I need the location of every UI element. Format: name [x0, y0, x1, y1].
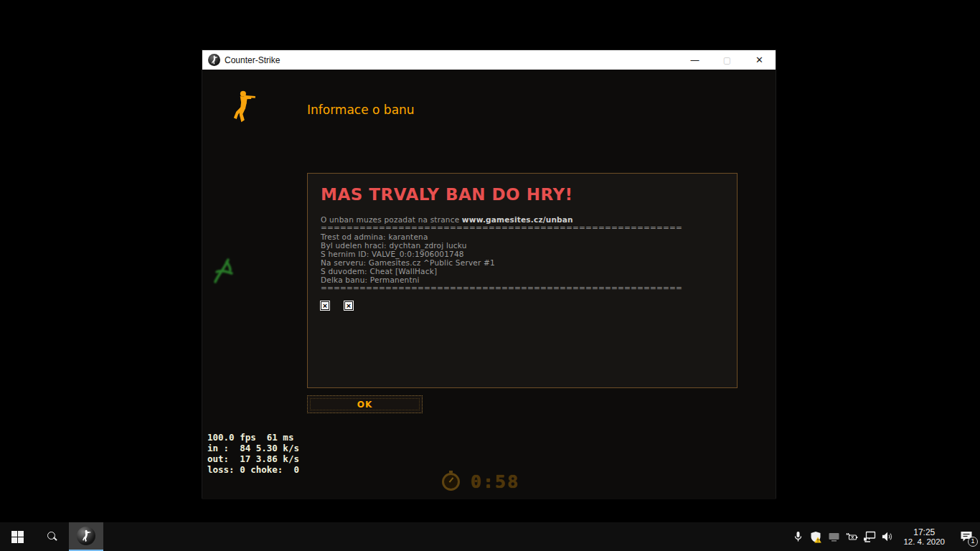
ok-button[interactable]: OK — [307, 395, 423, 413]
ban-heading: MAS TRVALY BAN DO HRY! — [321, 185, 724, 204]
taskbar: 17:25 12. 4. 2020 1 — [0, 522, 980, 551]
stopwatch-icon — [442, 473, 460, 491]
green-glyph-icon — [208, 250, 238, 288]
broken-image-icon: × — [321, 301, 329, 310]
hud-timer-value: 0:58 — [471, 471, 519, 492]
ok-button-inner-border — [310, 398, 420, 410]
ban-detail-line: Delka banu: Permanentni — [321, 276, 724, 284]
net-graph: 100.0 fps 61 ms in : 84 5.30 k/s out: 17… — [207, 432, 299, 475]
separator-line: ========================================… — [321, 284, 724, 292]
action-center-button[interactable]: 1 — [954, 522, 979, 551]
minimize-button[interactable]: — — [679, 50, 711, 70]
system-tray: 17:25 12. 4. 2020 1 — [791, 522, 980, 551]
display-tray-icon[interactable] — [827, 530, 840, 543]
cs-logo-icon — [231, 90, 257, 126]
search-icon — [46, 531, 57, 542]
net-graph-line: loss: 0 choke: 0 — [207, 464, 299, 475]
unban-url: www.gamesites.cz/unban — [462, 215, 573, 224]
unban-text: O unban muzes pozadat na strance — [321, 215, 462, 224]
ban-detail-line: Byl udelen hraci: dychtan_zdroj lucku — [321, 241, 724, 250]
volume-icon[interactable] — [881, 530, 894, 543]
broken-image-icon: × — [344, 301, 353, 310]
net-graph-line: in : 84 5.30 k/s — [207, 443, 299, 453]
taskbar-app-counter-strike[interactable] — [69, 522, 103, 551]
cs-taskbar-icon — [77, 527, 95, 545]
game-content: Informace o banu MAS TRVALY BAN DO HRY! … — [202, 70, 776, 499]
separator-line: ========================================… — [321, 224, 724, 232]
battery-power-icon[interactable] — [845, 530, 858, 543]
title-bar[interactable]: Counter-Strike — ▢ ✕ — [202, 50, 776, 70]
start-button[interactable] — [0, 522, 34, 551]
net-graph-line: out: 17 3.86 k/s — [207, 453, 299, 464]
net-graph-line: 100.0 fps 61 ms — [207, 432, 299, 443]
windows-logo-icon — [11, 531, 24, 543]
close-button[interactable]: ✕ — [743, 50, 776, 70]
page-title: Informace o banu — [307, 103, 415, 117]
network-icon[interactable] — [863, 530, 876, 543]
clock-date: 12. 4. 2020 — [903, 537, 945, 547]
ban-panel: MAS TRVALY BAN DO HRY! O unban muzes poz… — [307, 173, 738, 388]
notification-badge: 1 — [968, 537, 978, 547]
clock-time: 17:25 — [903, 527, 945, 537]
search-button[interactable] — [34, 522, 69, 551]
ban-detail-line: S hernim ID: VALVE_0:0:1906001748 — [321, 250, 724, 258]
maximize-button[interactable]: ▢ — [711, 50, 743, 70]
hud-timer: 0:58 — [442, 471, 519, 492]
ban-detail-line: S duvodem: Cheat [WallHack] — [321, 267, 724, 276]
ban-detail-line: Na serveru: Gamesites.cz ^Public Server … — [321, 258, 724, 267]
window-title: Counter-Strike — [225, 55, 280, 65]
microphone-icon[interactable] — [791, 530, 804, 543]
ban-detail-line: Trest od admina: karantena — [321, 232, 724, 241]
unban-line: O unban muzes pozadat na strance www.gam… — [321, 215, 724, 224]
taskbar-clock[interactable]: 17:25 12. 4. 2020 — [899, 527, 949, 547]
app-icon — [208, 54, 220, 66]
security-shield-warning-icon[interactable] — [809, 530, 822, 543]
game-window: Counter-Strike — ▢ ✕ Informace o banu MA… — [202, 50, 776, 499]
